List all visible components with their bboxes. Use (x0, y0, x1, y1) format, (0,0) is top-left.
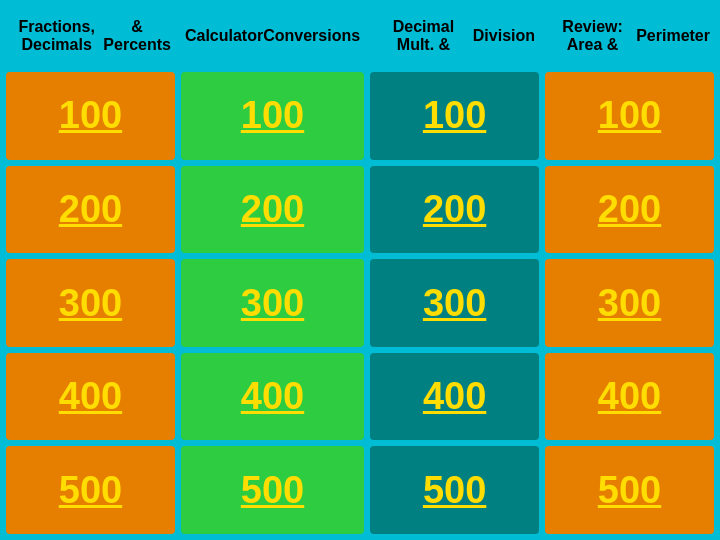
cell-col3-300[interactable]: 300 (370, 259, 539, 347)
header-col4: Review: Area & Perimeter (545, 6, 714, 66)
header-col3-line2: Division (473, 27, 535, 45)
cell-col3-200[interactable]: 200 (370, 166, 539, 254)
header-col1-line2: & Percents (103, 18, 171, 54)
cell-col3-400[interactable]: 400 (370, 353, 539, 441)
cell-col2-400[interactable]: 400 (181, 353, 364, 441)
cell-col2-300[interactable]: 300 (181, 259, 364, 347)
cell-col4-200[interactable]: 200 (545, 166, 714, 254)
header-col4-line2: Perimeter (636, 27, 710, 45)
cell-col2-200[interactable]: 200 (181, 166, 364, 254)
cell-col1-100[interactable]: 100 (6, 72, 175, 160)
header-col1: Fractions, Decimals & Percents (6, 6, 175, 66)
game-board: Fractions, Decimals & Percents Calculato… (0, 0, 720, 540)
header-col3: Decimal Mult. & Division (370, 6, 539, 66)
header-col2: Calculator Conversions (181, 6, 364, 66)
cell-col4-100[interactable]: 100 (545, 72, 714, 160)
header-col1-line1: Fractions, Decimals (10, 18, 103, 54)
header-col2-line2: Conversions (263, 27, 360, 45)
cell-col4-500[interactable]: 500 (545, 446, 714, 534)
cell-col3-500[interactable]: 500 (370, 446, 539, 534)
header-col2-line1: Calculator (185, 27, 263, 45)
cell-col1-200[interactable]: 200 (6, 166, 175, 254)
cell-col4-300[interactable]: 300 (545, 259, 714, 347)
cell-col1-400[interactable]: 400 (6, 353, 175, 441)
cell-col1-500[interactable]: 500 (6, 446, 175, 534)
cell-col4-400[interactable]: 400 (545, 353, 714, 441)
header-col3-line1: Decimal Mult. & (374, 18, 473, 54)
cell-col1-300[interactable]: 300 (6, 259, 175, 347)
cell-col3-100[interactable]: 100 (370, 72, 539, 160)
cell-col2-100[interactable]: 100 (181, 72, 364, 160)
cell-col2-500[interactable]: 500 (181, 446, 364, 534)
header-col4-line1: Review: Area & (549, 18, 636, 54)
